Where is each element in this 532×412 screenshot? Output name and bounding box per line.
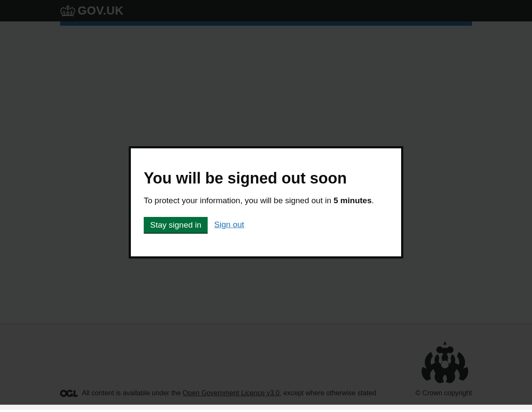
modal-actions: Stay signed in Sign out [144,217,388,233]
modal-text: To protect your information, you will be… [144,195,388,206]
modal-text-time: 5 minutes [334,196,372,205]
timeout-modal: You will be signed out soon To protect y… [129,146,403,258]
stay-signed-in-button[interactable]: Stay signed in [144,217,208,233]
modal-heading: You will be signed out soon [144,170,388,187]
modal-text-prefix: To protect your information, you will be… [144,196,334,205]
sign-out-link[interactable]: Sign out [214,220,244,229]
modal-text-suffix: . [372,196,374,205]
modal-overlay: You will be signed out soon To protect y… [0,0,532,405]
